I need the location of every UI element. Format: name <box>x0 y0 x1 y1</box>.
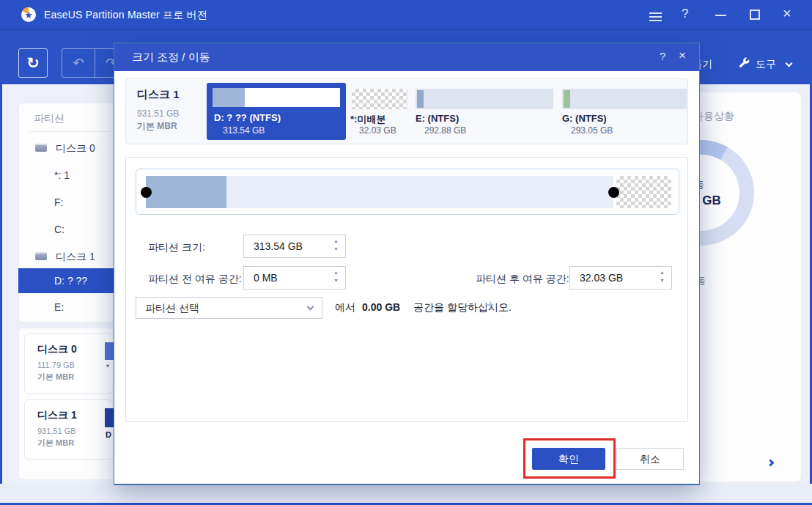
used-space-fill <box>213 88 245 107</box>
slider-unallocated-segment <box>616 176 671 208</box>
slider-free-segment <box>226 176 613 208</box>
sidebar-item-vol-c[interactable]: C: <box>18 218 114 241</box>
undo-button[interactable]: ↶ <box>62 49 95 77</box>
partition-preview-label: D <box>106 430 111 439</box>
cancel-button[interactable]: 취소 <box>616 448 684 470</box>
svg-text:★: ★ <box>24 10 33 21</box>
help-icon[interactable]: ? <box>682 7 688 21</box>
space-before-label: 파티션 전 여유 공간: <box>148 273 242 286</box>
slider-track <box>141 176 675 208</box>
space-after-label: 파티션 후 여유 공간: <box>476 273 569 286</box>
partition-size-input[interactable]: 313.54 GB ▲▼ <box>243 235 346 258</box>
partition-accent <box>564 90 570 108</box>
sidebar-item-disk0[interactable]: 디스크 0 <box>18 136 114 160</box>
window-border <box>0 84 2 505</box>
close-button[interactable]: × <box>783 5 791 22</box>
app-window: ★ EaseUS Partition Master 프로 버전 ? × ↻ ↶ … <box>0 0 812 505</box>
partition-size: 313.54 GB <box>223 125 265 136</box>
sidebar-header: 파티션 <box>34 112 64 125</box>
menu-icon[interactable] <box>649 10 662 23</box>
disk-card-scheme: 기본 MBR <box>37 438 74 449</box>
refresh-button[interactable]: ↻ <box>18 48 48 78</box>
partition-select-dropdown[interactable]: 파티션 선택 <box>136 297 322 319</box>
resize-slider <box>136 169 679 215</box>
add-allocation-plus-icon[interactable]: + <box>487 298 494 312</box>
disk-card-title: 디스크 1 <box>37 409 77 422</box>
slider-left-handle[interactable] <box>141 187 152 198</box>
partition-label: D: ? ?? (NTFS) <box>214 112 281 123</box>
app-logo: ★ <box>21 7 37 23</box>
partition-preview-label: * <box>106 364 109 372</box>
spinner-arrows-icon[interactable]: ▲▼ <box>660 270 665 286</box>
sidebar-item-disk1[interactable]: 디스크 1 <box>18 245 114 268</box>
disk-icon <box>35 252 47 260</box>
window-title: EaseUS Partition Master 프로 버전 <box>44 9 207 22</box>
dialog-title: 크기 조정 / 이동 <box>132 51 210 64</box>
disk-card-scheme: 기본 MBR <box>37 372 74 383</box>
dialog-help-icon[interactable]: ? <box>660 50 665 62</box>
slider-used-segment <box>146 176 226 208</box>
strip-disk-name: 디스크 1 <box>137 88 180 102</box>
divider <box>30 131 109 132</box>
disk-card-disk1[interactable]: 디스크 1 931.51 GB 기본 MBR D <box>24 399 114 460</box>
minimize-button[interactable] <box>715 15 726 16</box>
partition-accent <box>417 90 424 108</box>
space-before-input[interactable]: 0 MB ▲▼ <box>243 266 346 290</box>
disk-card-size: 931.51 GB <box>37 427 76 435</box>
sidebar-item-vol-f[interactable]: F: <box>18 191 114 214</box>
slider-right-handle[interactable] <box>608 187 619 198</box>
strip-disk-size: 931.51 GB <box>137 108 179 119</box>
alloc-prefix: 에서 <box>335 301 355 314</box>
alloc-suffix: 공간을 할당하십시오. <box>413 301 512 314</box>
spinner-arrows-icon[interactable]: ▲▼ <box>333 270 339 286</box>
sidebar-item-vol-d-selected[interactable]: D: ? ?? <box>18 268 114 293</box>
maximize-button[interactable] <box>750 10 760 20</box>
resize-panel: 파티션 크기: 313.54 GB ▲▼ 파티션 전 여유 공간: 0 MB ▲… <box>125 157 688 422</box>
partition-size-label: 파티션 크기: <box>148 241 205 254</box>
strip-disk-scheme: 기본 MBR <box>137 120 177 133</box>
chevron-down-icon[interactable] <box>786 60 793 67</box>
dialog-header: 크기 조정 / 이동 ? × <box>114 43 699 71</box>
partition-block-g[interactable]: G: (NTFS) 293.05 GB <box>562 83 688 141</box>
dialog-close-icon[interactable]: × <box>679 48 686 63</box>
disk-strip: 디스크 1 931.51 GB 기본 MBR D: ? ?? (NTFS) 31… <box>125 78 688 144</box>
partition-block-e[interactable]: E: (NTFS) 292.88 GB <box>416 83 555 141</box>
partition-block-d[interactable]: D: ? ?? (NTFS) 313.54 GB <box>207 83 346 140</box>
disk-card-title: 디스크 0 <box>37 343 77 356</box>
annotation-highlight-rect <box>523 438 616 479</box>
disk-card-size: 111.79 GB <box>37 361 75 369</box>
status-strip <box>0 484 812 503</box>
resize-move-dialog: 크기 조정 / 이동 ? × 디스크 1 931.51 GB 기본 MBR D:… <box>114 43 700 485</box>
title-bar: ★ EaseUS Partition Master 프로 버전 ? × <box>0 0 812 29</box>
partition-block-unallocated[interactable]: *:미배분 32.03 GB <box>350 83 409 141</box>
unallocated-bar <box>352 89 407 109</box>
chevron-down-icon <box>307 303 314 311</box>
disk-card-disk0[interactable]: 디스크 0 111.79 GB 기본 MBR * <box>24 333 114 394</box>
alloc-amount: 0.00 GB <box>362 301 400 313</box>
tools-menu[interactable]: 도구 <box>756 58 776 71</box>
spinner-arrows-icon[interactable]: ▲▼ <box>333 238 339 254</box>
sidebar-item-vol-star1[interactable]: *: 1 <box>18 163 114 187</box>
wrench-icon <box>737 56 750 70</box>
sidebar-item-vol-e[interactable]: E: <box>18 295 114 319</box>
space-after-input[interactable]: 32.03 GB ▲▼ <box>569 266 672 290</box>
disk-icon <box>35 144 47 152</box>
